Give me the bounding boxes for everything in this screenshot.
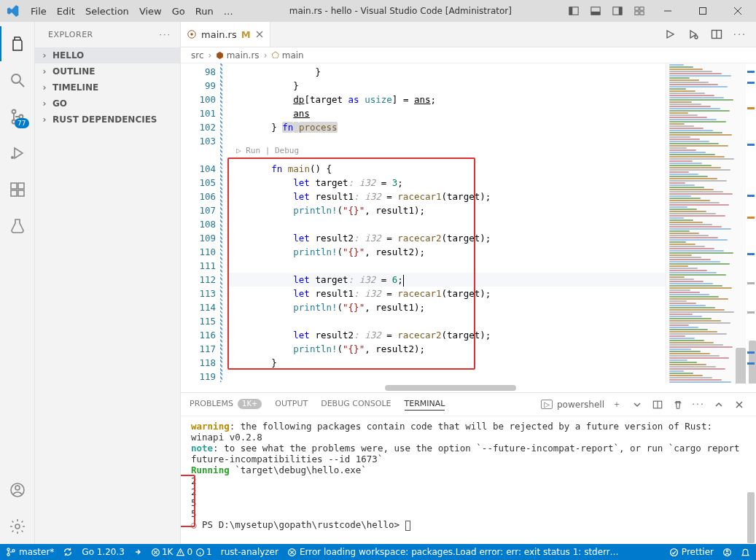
svg-rect-23 (18, 190, 24, 196)
split-editor-icon[interactable] (706, 24, 727, 44)
code-line[interactable]: ans (227, 106, 666, 120)
svg-rect-8 (635, 12, 639, 15)
sidebar-section-go[interactable]: ›GO (35, 96, 180, 112)
svg-rect-22 (11, 190, 17, 196)
svg-line-15 (20, 82, 24, 87)
activity-bar: 77 (0, 22, 35, 544)
overview-ruler[interactable] (746, 63, 756, 384)
line-number: 106 (181, 190, 217, 203)
close-panel-icon[interactable] (731, 397, 747, 413)
svg-rect-9 (640, 12, 644, 15)
tab-main-rs[interactable]: main.rs M (181, 22, 270, 47)
customize-layout-icon[interactable] (629, 1, 650, 21)
sidebar-more-icon[interactable]: ··· (160, 30, 172, 39)
split-terminal-icon[interactable] (650, 397, 666, 413)
layout-toggle-secondary-icon[interactable] (607, 1, 628, 21)
window-minimize-button[interactable] (651, 0, 685, 22)
menu-edit[interactable]: Edit (52, 3, 79, 20)
horizontal-scrollbar[interactable] (181, 384, 756, 392)
activity-search[interactable] (0, 63, 35, 98)
editor-group: main.rs M ··· src › ⬢ main.rs › ⬠ main 9… (181, 22, 756, 544)
window-maximize-button[interactable] (686, 0, 720, 22)
activity-accounts[interactable] (0, 472, 35, 508)
title-bar: FileEditSelectionViewGoRun… main.rs - he… (0, 0, 756, 22)
status-sync[interactable] (63, 547, 73, 557)
status-branch[interactable]: master* (6, 547, 54, 557)
layout-toggle-panel-icon[interactable] (585, 1, 606, 21)
line-number: 115 (181, 314, 217, 328)
line-number: 101 (181, 106, 217, 120)
svg-marker-33 (690, 31, 696, 38)
code-line[interactable] (227, 370, 666, 384)
debug-file-icon[interactable] (683, 24, 704, 44)
code-editor[interactable]: 9899100101102103 10410510610710810911011… (181, 63, 756, 384)
activity-source-control[interactable]: 77 (0, 99, 35, 134)
status-prettier[interactable]: Prettier (669, 547, 714, 557)
panel-tab-problems[interactable]: PROBLEMS1K+ (190, 399, 262, 411)
breadcrumb[interactable]: src › ⬢ main.rs › ⬠ main (181, 47, 756, 63)
activity-explorer[interactable] (0, 26, 35, 61)
status-go-analysis[interactable] (133, 548, 142, 556)
panel-tab-output[interactable]: OUTPUT (275, 399, 308, 410)
scrollbar-thumb[interactable] (747, 492, 755, 543)
status-notifications[interactable] (741, 548, 750, 557)
kill-terminal-icon[interactable] (670, 397, 686, 413)
maximize-panel-icon[interactable] (711, 397, 727, 413)
layout-toggle-primary-icon[interactable] (564, 1, 584, 21)
line-number: 105 (181, 176, 217, 190)
terminal-content[interactable]: warning: the following packages contain … (181, 416, 756, 544)
activity-extensions[interactable] (0, 172, 35, 207)
activity-run-debug[interactable] (0, 136, 35, 171)
sidebar-section-hello[interactable]: ›HELLO (35, 47, 180, 63)
bottom-panel: PROBLEMS1K+ OUTPUT DEBUG CONSOLE TERMINA… (181, 392, 756, 544)
code-line[interactable]: } (227, 65, 666, 79)
breadcrumb-symbol[interactable]: main (282, 50, 304, 61)
status-error-message[interactable]: Error loading workspace: packages.Load e… (287, 547, 620, 557)
status-go-version[interactable]: Go 1.20.3 (82, 547, 125, 557)
chevron-right-icon: › (39, 66, 50, 77)
menu-run[interactable]: Run (191, 3, 218, 20)
window-title: main.rs - hello - Visual Studio Code [Ad… (238, 6, 564, 16)
minimap[interactable] (666, 63, 746, 384)
sidebar-section-timeline[interactable]: ›TIMELINE (35, 79, 180, 96)
sidebar-section-outline[interactable]: ›OUTLINE (35, 63, 180, 79)
minimap-slider[interactable] (736, 348, 746, 384)
status-rust-analyzer[interactable]: rust-analyzer (221, 547, 278, 557)
menu-file[interactable]: File (26, 3, 51, 20)
launch-profile-icon[interactable]: ▷ (541, 400, 553, 409)
scrollbar-thumb[interactable] (385, 385, 516, 391)
status-problems[interactable]: 1K 0 1 (151, 547, 212, 557)
menu-[interactable]: … (219, 3, 238, 20)
breadcrumb-file[interactable]: main.rs (227, 50, 260, 61)
codelens-run-debug[interactable]: ▷ Run | Debug (236, 146, 299, 155)
tab-close-icon[interactable] (255, 30, 264, 39)
terminal-shell-name[interactable]: powershell (557, 400, 604, 410)
more-actions-icon[interactable]: ··· (730, 24, 750, 44)
menu-go[interactable]: Go (168, 3, 190, 20)
new-terminal-icon[interactable]: ＋ (609, 397, 625, 413)
line-number: 110 (181, 245, 217, 259)
code-line[interactable]: } fn process (227, 120, 666, 134)
rust-file-icon (187, 29, 197, 39)
svg-point-16 (12, 110, 15, 114)
svg-point-56 (726, 550, 728, 552)
breadcrumb-src[interactable]: src (191, 50, 204, 61)
sidebar-section-rust-dependencies[interactable]: ›RUST DEPENDENCIES (35, 112, 180, 128)
code-line[interactable]: dp[target as usize] = ans; (227, 93, 666, 106)
code-line[interactable]: } (227, 79, 666, 93)
chevron-right-icon: › (39, 82, 50, 93)
menu-view[interactable]: View (135, 3, 166, 20)
status-tabnine[interactable] (722, 548, 732, 557)
panel-tab-debug[interactable]: DEBUG CONSOLE (321, 399, 391, 410)
run-file-icon[interactable] (660, 24, 680, 44)
terminal-dropdown-icon[interactable] (629, 397, 645, 413)
tab-filename: main.rs (201, 29, 237, 40)
window-close-button[interactable] (721, 0, 755, 22)
panel-more-icon[interactable]: ··· (690, 397, 706, 413)
activity-testing[interactable] (0, 209, 35, 244)
line-number: 108 (181, 217, 217, 231)
panel-tab-terminal[interactable]: TERMINAL (405, 399, 445, 411)
menu-selection[interactable]: Selection (81, 3, 133, 20)
chevron-right-icon: › (209, 50, 212, 61)
activity-settings[interactable] (0, 509, 35, 544)
